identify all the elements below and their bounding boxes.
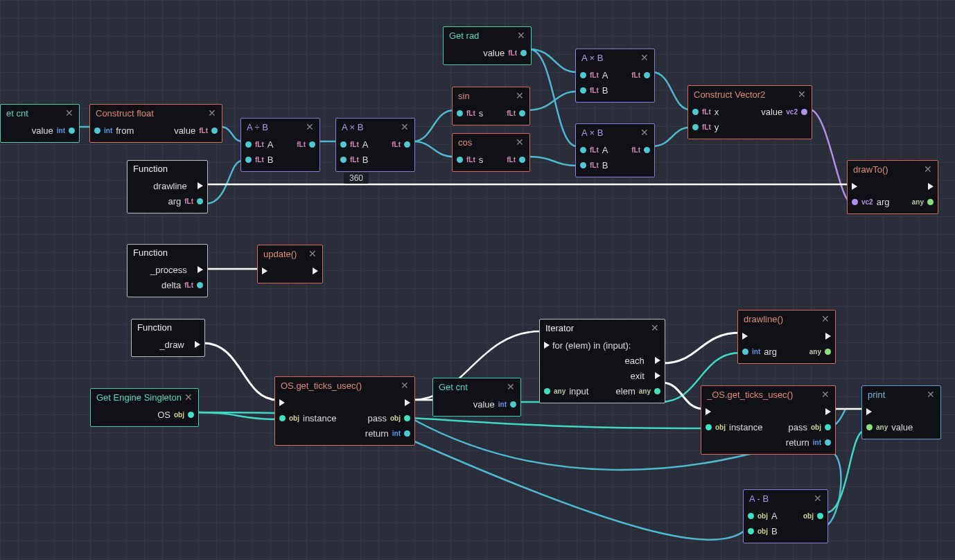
port-dot[interactable] xyxy=(279,415,286,421)
node-a-mul-b-1[interactable]: A × B✕ fLtAfLt fLtB xyxy=(335,118,415,172)
node-construct-vec2[interactable]: Construct Vector2✕ fLtxvaluevc2 fLty xyxy=(687,85,812,139)
close-icon[interactable]: ✕ xyxy=(814,493,822,504)
port-dot[interactable] xyxy=(866,424,873,430)
port-dot[interactable] xyxy=(580,87,586,94)
exec-out-icon[interactable] xyxy=(825,333,831,340)
node-sin[interactable]: sin✕ fLtsfLt xyxy=(452,87,530,125)
exec-out-icon[interactable] xyxy=(655,357,660,364)
close-icon[interactable]: ✕ xyxy=(927,389,935,400)
port-dot[interactable] xyxy=(654,388,660,394)
exec-out-icon[interactable] xyxy=(655,372,660,379)
port-dot[interactable] xyxy=(927,199,934,205)
port-dot[interactable] xyxy=(211,128,218,134)
exec-out-icon[interactable] xyxy=(825,408,831,415)
exec-in-icon[interactable] xyxy=(262,268,268,274)
exec-out-icon[interactable] xyxy=(928,183,934,190)
port-dot[interactable] xyxy=(457,157,463,163)
close-icon[interactable]: ✕ xyxy=(798,89,806,100)
exec-in-icon[interactable] xyxy=(279,399,285,406)
port-dot[interactable] xyxy=(544,388,550,394)
port-dot[interactable] xyxy=(692,109,699,115)
port-dot[interactable] xyxy=(644,147,650,153)
close-icon[interactable]: ✕ xyxy=(184,392,193,403)
close-icon[interactable]: ✕ xyxy=(306,121,314,132)
node-drawto[interactable]: drawTo()✕ vc2argany xyxy=(847,160,938,214)
node-a-minus-b[interactable]: A - B✕ objAobj objB xyxy=(743,489,828,543)
close-icon[interactable]: ✕ xyxy=(517,30,525,41)
node-a-mul-b-3[interactable]: A × B✕ fLtAfLt fLtB xyxy=(575,123,655,177)
port-dot[interactable] xyxy=(520,50,527,56)
port-dot[interactable] xyxy=(188,412,194,418)
port-dot[interactable] xyxy=(580,147,586,153)
port-dot[interactable] xyxy=(69,128,75,134)
port-dot[interactable] xyxy=(340,141,347,148)
close-icon[interactable]: ✕ xyxy=(401,380,409,391)
close-icon[interactable]: ✕ xyxy=(516,90,524,101)
port-dot[interactable] xyxy=(510,401,516,408)
exec-in-icon[interactable] xyxy=(544,342,550,349)
port-dot[interactable] xyxy=(580,72,586,78)
node-update[interactable]: update()✕ xyxy=(257,245,323,283)
port-dot[interactable] xyxy=(644,72,650,78)
node-engine-singleton[interactable]: Get Engine Singleton✕ OSobj xyxy=(90,388,199,427)
node-get-rad[interactable]: Get rad✕ valuefLt xyxy=(443,26,532,65)
port-dot[interactable] xyxy=(825,424,831,430)
node-fn-drawline[interactable]: Function drawline argfLt xyxy=(127,160,208,213)
exec-in-icon[interactable] xyxy=(852,183,857,190)
port-dot[interactable] xyxy=(801,109,807,115)
port-dot[interactable] xyxy=(580,162,586,168)
exec-out-icon[interactable] xyxy=(405,399,410,406)
node-get-ticks-1[interactable]: OS.get_ticks_usec()✕ objinstancepassobj … xyxy=(274,376,415,446)
port-dot[interactable] xyxy=(245,141,252,148)
port-dot[interactable] xyxy=(692,124,699,130)
exec-out-icon[interactable] xyxy=(195,341,200,348)
exec-in-icon[interactable] xyxy=(866,408,872,415)
port-dot[interactable] xyxy=(197,198,203,204)
port-dot[interactable] xyxy=(245,157,252,163)
exec-out-icon[interactable] xyxy=(198,182,203,189)
node-fn-process[interactable]: Function _process deltafLt xyxy=(127,244,208,297)
close-icon[interactable]: ✕ xyxy=(924,164,932,175)
exec-out-icon[interactable] xyxy=(198,266,203,273)
node-get-cnt-1[interactable]: et cnt✕ valueint xyxy=(0,104,80,143)
close-icon[interactable]: ✕ xyxy=(821,389,830,400)
node-a-div-b[interactable]: A ÷ B✕ fLtAfLt fLtB xyxy=(240,118,320,172)
port-dot[interactable] xyxy=(852,199,858,205)
port-dot[interactable] xyxy=(309,141,315,148)
port-dot[interactable] xyxy=(457,110,463,116)
port-dot[interactable] xyxy=(94,128,100,134)
port-dot[interactable] xyxy=(825,349,831,355)
close-icon[interactable]: ✕ xyxy=(640,127,649,138)
port-dot[interactable] xyxy=(519,110,525,116)
close-icon[interactable]: ✕ xyxy=(640,52,649,63)
exec-in-icon[interactable] xyxy=(742,333,748,340)
node-a-mul-b-2[interactable]: A × B✕ fLtAfLt fLtB xyxy=(575,49,655,103)
port-dot[interactable] xyxy=(340,157,347,163)
close-icon[interactable]: ✕ xyxy=(651,322,659,333)
close-icon[interactable]: ✕ xyxy=(208,107,216,119)
constant-360[interactable]: 360 xyxy=(344,173,369,184)
node-get-ticks-2[interactable]: _OS.get_ticks_usec()✕ objinstancepassobj… xyxy=(701,385,836,455)
port-dot[interactable] xyxy=(404,430,410,437)
node-print[interactable]: print✕ anyvalue xyxy=(861,385,941,439)
port-dot[interactable] xyxy=(748,513,754,519)
exec-out-icon[interactable] xyxy=(313,268,318,274)
close-icon[interactable]: ✕ xyxy=(401,121,409,132)
node-get-cnt-2[interactable]: Get cnt✕ valueint xyxy=(432,378,521,417)
node-cos[interactable]: cos✕ fLtsfLt xyxy=(452,133,530,172)
port-dot[interactable] xyxy=(748,528,754,534)
port-dot[interactable] xyxy=(825,439,831,446)
port-dot[interactable] xyxy=(519,157,525,163)
port-dot[interactable] xyxy=(404,141,410,148)
close-icon[interactable]: ✕ xyxy=(821,313,830,324)
close-icon[interactable]: ✕ xyxy=(507,381,515,392)
port-dot[interactable] xyxy=(817,513,823,519)
port-dot[interactable] xyxy=(706,424,712,430)
node-fn-draw[interactable]: Function _draw xyxy=(131,319,205,357)
node-construct-float[interactable]: Construct float✕ intfrom valuefLt xyxy=(89,104,222,143)
port-dot[interactable] xyxy=(197,282,203,288)
close-icon[interactable]: ✕ xyxy=(516,137,524,148)
exec-in-icon[interactable] xyxy=(706,408,711,415)
node-iterator[interactable]: Iterator✕ for (elem) in (input): each ex… xyxy=(539,319,665,403)
port-dot[interactable] xyxy=(404,415,410,421)
